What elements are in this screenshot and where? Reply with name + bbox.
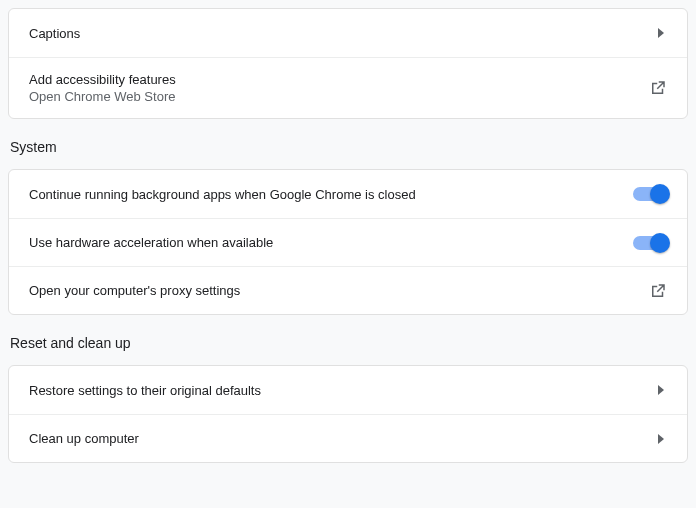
chevron-right-icon [657,28,667,38]
chevron-right-icon [657,385,667,395]
hardware-accel-label: Use hardware acceleration when available [29,235,273,250]
captions-label: Captions [29,26,80,41]
proxy-row[interactable]: Open your computer's proxy settings [9,266,687,314]
cleanup-row[interactable]: Clean up computer [9,414,687,462]
accessibility-card: Captions Add accessibility features Open… [8,8,688,119]
reset-section-title: Reset and clean up [8,315,688,365]
system-card: Continue running background apps when Go… [8,169,688,315]
background-apps-toggle[interactable] [633,187,667,201]
proxy-label: Open your computer's proxy settings [29,283,240,298]
reset-card: Restore settings to their original defau… [8,365,688,463]
background-apps-row[interactable]: Continue running background apps when Go… [9,170,687,218]
restore-defaults-row[interactable]: Restore settings to their original defau… [9,366,687,414]
external-link-icon [649,79,667,97]
hardware-accel-toggle[interactable] [633,236,667,250]
system-section-title: System [8,119,688,169]
captions-row[interactable]: Captions [9,9,687,57]
cleanup-label: Clean up computer [29,431,139,446]
hardware-accel-row[interactable]: Use hardware acceleration when available [9,218,687,266]
add-accessibility-sub: Open Chrome Web Store [29,89,176,104]
external-link-icon [649,282,667,300]
add-accessibility-row[interactable]: Add accessibility features Open Chrome W… [9,57,687,118]
add-accessibility-label: Add accessibility features [29,72,176,87]
chevron-right-icon [657,434,667,444]
background-apps-label: Continue running background apps when Go… [29,187,416,202]
restore-defaults-label: Restore settings to their original defau… [29,383,261,398]
